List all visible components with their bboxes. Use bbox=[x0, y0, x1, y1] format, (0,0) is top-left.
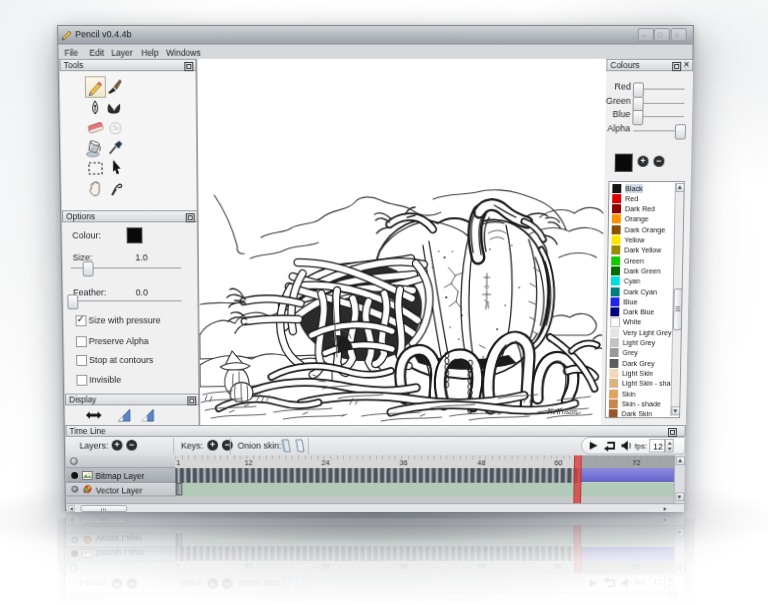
svg-text:Nelrosan: Nelrosan bbox=[546, 406, 577, 416]
